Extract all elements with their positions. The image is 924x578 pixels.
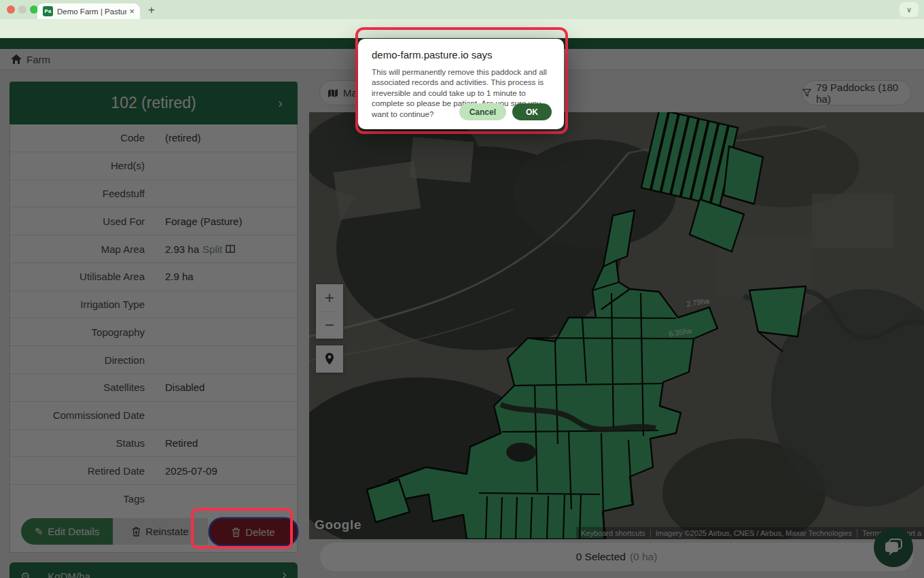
browser-tab[interactable]: Pa Demo Farm | Pasture.io ×: [37, 3, 140, 19]
dialog-title: demo-farm.pasture.io says: [372, 49, 550, 61]
window-chevron-button[interactable]: ∨: [900, 2, 919, 17]
delete-highlight-annotation: [191, 508, 293, 549]
browser-confirm-dialog: demo-farm.pasture.io says This will perm…: [358, 39, 564, 129]
dialog-cancel-button[interactable]: Cancel: [459, 103, 506, 120]
dialog-ok-button[interactable]: OK: [512, 103, 552, 120]
tab-close-icon[interactable]: ×: [129, 6, 135, 16]
tab-favicon: Pa: [43, 6, 53, 16]
new-tab-button[interactable]: +: [148, 3, 155, 17]
tab-title: Demo Farm | Pasture.io: [57, 7, 126, 16]
window-close-button[interactable]: [7, 5, 15, 14]
window-minimize-button[interactable]: [18, 5, 26, 14]
browser-tab-strip: Pa Demo Farm | Pasture.io × + ∨: [0, 0, 924, 19]
